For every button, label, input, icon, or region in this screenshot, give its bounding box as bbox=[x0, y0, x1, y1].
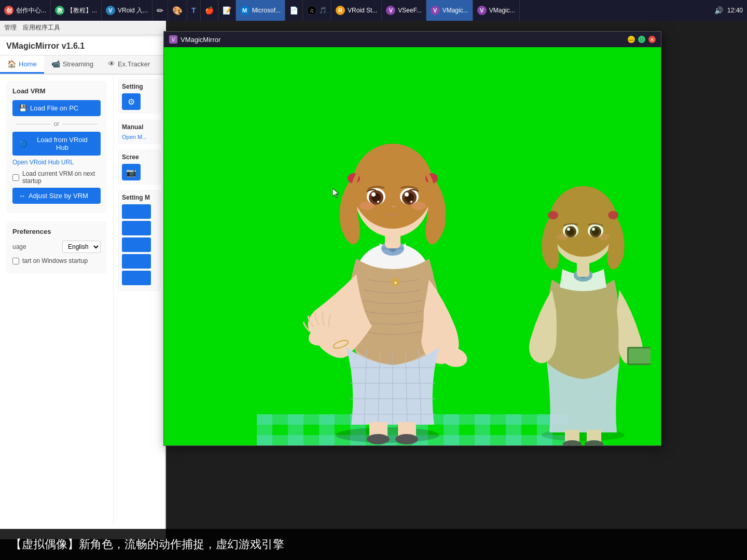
streaming-tab-label: Streaming bbox=[63, 60, 93, 68]
taskbar-item-pen[interactable]: ✏ bbox=[153, 0, 168, 21]
vmm-content-area: Load VRM 💾 Load File on PC or 🔵 Load fro… bbox=[0, 75, 165, 525]
open-vroid-url-link[interactable]: Open VRoid Hub URL bbox=[12, 159, 101, 166]
load-file-icon: 💾 bbox=[19, 104, 27, 112]
fe-app-tools-tab[interactable]: 应用程序工具 bbox=[23, 23, 60, 32]
svg-point-50 bbox=[598, 234, 610, 240]
taskbar-label-creator: 创作中心... bbox=[16, 6, 46, 15]
svg-point-39 bbox=[608, 211, 618, 219]
sound-icon: 🔊 bbox=[714, 6, 723, 15]
taskbar-item-brush[interactable]: 🎨 bbox=[168, 0, 187, 21]
vroid-icon: V bbox=[106, 6, 115, 15]
taskbar-item-tutorial[interactable]: 教 【教程】... bbox=[51, 0, 102, 21]
load-vrm-section: Load VRM 💾 Load File on PC or 🔵 Load fro… bbox=[6, 81, 107, 213]
tab-streaming[interactable]: 📹 Streaming bbox=[44, 55, 101, 74]
main-character-svg: ★ bbox=[294, 93, 491, 445]
svg-point-25 bbox=[410, 201, 412, 203]
subtitle-bar: 【虚拟偶像】新角色，流畅的动作捕捉，虚幻游戏引擎 bbox=[0, 529, 747, 560]
text-editor-icon: T bbox=[191, 6, 196, 15]
setting-m-section: Setting M bbox=[118, 190, 161, 291]
taskbar-item-tiktok[interactable]: ♫ 🎵 bbox=[303, 0, 331, 21]
load-vroid-button[interactable]: 🔵 Load from VRoid Hub bbox=[12, 132, 101, 156]
load-on-startup-row: Load current VRM on next startup bbox=[12, 170, 101, 185]
mouse-cursor-in-window bbox=[333, 188, 338, 193]
taskbar-item-vseefac[interactable]: V VSeeF... bbox=[382, 0, 426, 21]
taskbar-item-creator[interactable]: 创 创作中心... bbox=[0, 0, 51, 21]
taskbar-label-vseefac: VSeeF... bbox=[398, 7, 421, 14]
taskbar-item-vroid-studio[interactable]: R VRoid St... bbox=[331, 0, 382, 21]
tab-extracker[interactable]: 👁 Ex.Tracker bbox=[101, 55, 157, 74]
windows-startup-checkbox[interactable] bbox=[12, 258, 19, 264]
vmm-window-titlebar: V VMagicMirror — □ ✕ bbox=[164, 32, 661, 47]
vmagic1-icon: V bbox=[431, 6, 440, 15]
setting-m-block-5[interactable] bbox=[122, 271, 151, 285]
taskbar-item-vmagic1[interactable]: V VMagic... bbox=[426, 0, 473, 21]
taskbar-system-tray: 🔊 12:40 bbox=[714, 6, 747, 15]
load-file-button[interactable]: 💾 Load File on PC bbox=[12, 100, 101, 116]
taskbar-item-text[interactable]: T bbox=[187, 0, 201, 21]
taskbar-label-vmagic2: VMagic... bbox=[489, 7, 515, 14]
setting-gear-button[interactable]: ⚙ bbox=[122, 93, 141, 110]
secondary-character-svg bbox=[516, 145, 651, 445]
taskbar-item-apple[interactable]: 🍎 bbox=[201, 0, 218, 21]
taskbar-label-vmagic1: VMagic... bbox=[442, 7, 468, 14]
svg-point-27 bbox=[411, 202, 426, 210]
vroid-studio-icon: R bbox=[336, 6, 345, 15]
load-startup-checkbox[interactable] bbox=[12, 174, 19, 181]
taskbar-item-vmagic2[interactable]: V VMagic... bbox=[473, 0, 520, 21]
screenshot-button[interactable]: 📷 bbox=[122, 164, 141, 180]
vmm-minimize-button[interactable]: — bbox=[628, 36, 635, 43]
open-manual-link[interactable]: Open M... bbox=[122, 134, 157, 140]
tiktok-icon: ♫ bbox=[307, 6, 316, 15]
vmm-green-screen: ★ bbox=[164, 47, 661, 445]
setting-m-block-2[interactable] bbox=[122, 221, 151, 235]
windows-startup-label: tart on Windows startup bbox=[22, 257, 88, 264]
taskbar-label-vroid: VRoid 入... bbox=[118, 6, 148, 15]
extracker-tab-icon: 👁 bbox=[108, 60, 115, 68]
setting-m-block-3[interactable] bbox=[122, 237, 151, 252]
adjust-size-button[interactable]: ↔ Adjust Size by VRM bbox=[12, 188, 101, 204]
tab-home[interactable]: 🏠 Home bbox=[0, 55, 44, 74]
tutorial-icon: 教 bbox=[55, 6, 64, 15]
vseefac-icon: V bbox=[386, 6, 395, 15]
language-select[interactable]: English bbox=[62, 241, 101, 253]
setting-section: Setting ⚙ bbox=[118, 79, 161, 114]
svg-point-49 bbox=[557, 234, 568, 240]
taskbar-label-tutorial: 【教程】... bbox=[67, 6, 97, 15]
vmm-close-button[interactable]: ✕ bbox=[648, 36, 656, 43]
apple-icon: 🍎 bbox=[205, 6, 214, 15]
svg-point-40 bbox=[548, 211, 558, 219]
screenshot-section: Scree 📷 bbox=[118, 149, 161, 185]
doc-icon: 📄 bbox=[289, 6, 298, 15]
taskbar-item-note[interactable]: 📝 bbox=[218, 0, 236, 21]
clock: 12:40 bbox=[727, 7, 743, 14]
pen-icon: ✏ bbox=[157, 6, 163, 16]
fe-manage-tab[interactable]: 管理 bbox=[4, 23, 17, 32]
vmm-main-window: V VMagicMirror — □ ✕ bbox=[163, 31, 661, 446]
preferences-section: Preferences uage English tart on Windows… bbox=[6, 221, 107, 274]
microsoft-icon: M bbox=[240, 6, 250, 15]
setting-m-title: Setting M bbox=[122, 194, 157, 201]
svg-text:★: ★ bbox=[394, 281, 397, 285]
setting-m-block-1[interactable] bbox=[122, 204, 151, 219]
secondary-character bbox=[516, 145, 651, 445]
home-tab-label: Home bbox=[19, 60, 37, 68]
vmm-window-title-area: V VMagicMirror bbox=[169, 35, 220, 44]
svg-point-20 bbox=[377, 201, 379, 203]
taskbar-item-microsoft[interactable]: M Microsof... bbox=[236, 0, 285, 21]
vmm-window-title-text: VMagicMirror bbox=[181, 36, 220, 44]
svg-point-19 bbox=[371, 192, 376, 197]
taskbar-item-doc[interactable]: 📄 bbox=[285, 0, 303, 21]
taskbar-label-vroid-studio: VRoid St... bbox=[348, 7, 377, 14]
vmm-control-panel: VMagicMirror v1.6.1 🏠 Home 📹 Streaming 👁… bbox=[0, 37, 166, 539]
home-tab-icon: 🏠 bbox=[7, 60, 16, 68]
language-label: uage bbox=[12, 243, 26, 250]
manual-title: Manual bbox=[122, 123, 157, 131]
vmm-right-column: Setting ⚙ Manual Open M... Scree 📷 Setti… bbox=[113, 75, 165, 525]
load-vrm-title: Load VRM bbox=[12, 87, 101, 95]
taskbar-item-vroid[interactable]: V VRoid 入... bbox=[102, 0, 153, 21]
taskbar-label-microsoft: Microsof... bbox=[252, 7, 281, 14]
setting-m-block-4[interactable] bbox=[122, 254, 151, 269]
vroid-hub-icon: 🔵 bbox=[19, 140, 27, 148]
taskbar: 创 创作中心... 教 【教程】... V VRoid 入... ✏ 🎨 T 🍎… bbox=[0, 0, 747, 21]
vmm-maximize-button[interactable]: □ bbox=[638, 36, 645, 43]
